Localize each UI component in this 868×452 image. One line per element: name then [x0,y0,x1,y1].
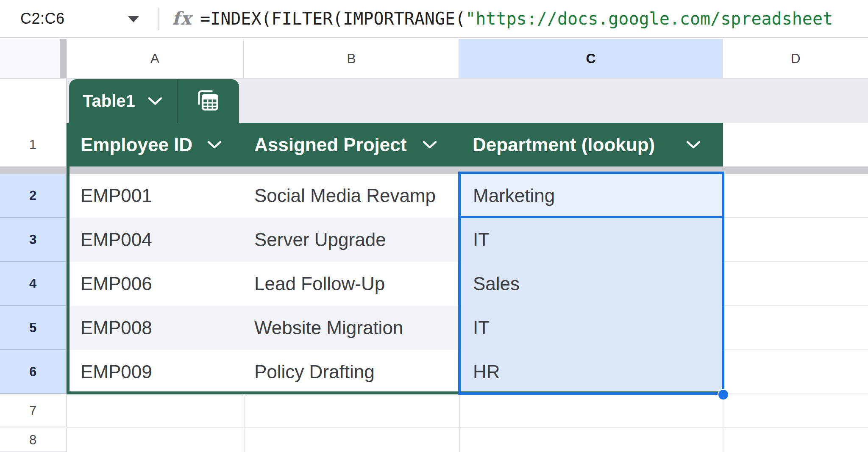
cell-c3-department[interactable]: IT [459,218,723,262]
gridline [724,349,868,350]
table-header-department-lookup[interactable]: Department (lookup) [459,123,723,166]
formula-input[interactable]: =INDEX(FILTER(IMPORTRANGE("https://docs.… [200,0,868,37]
formula-string-literal: "https://docs.google.com/spreadsheet [465,9,833,28]
cell-c6-department[interactable]: HR [459,350,723,394]
gridline [244,394,245,452]
chip-band-row-header [0,79,67,123]
table-row-4: EMP006Lead Follow-UpSales [67,262,723,306]
cell-a6-employee-id[interactable]: EMP009 [67,350,244,394]
row-header-6[interactable]: 6 [0,350,67,394]
column-header-b[interactable]: B [244,39,459,78]
table-name-chip[interactable]: Table1 [69,79,239,123]
row-header-4[interactable]: 4 [0,262,67,306]
gridline [724,261,868,262]
header-label-assigned-project: Assigned Project [254,134,406,155]
row-header-2[interactable]: 2 [0,174,67,218]
cell-b5-assigned-project[interactable]: Website Migration [244,306,459,350]
column-header-d[interactable]: D [723,39,868,78]
table-row-6: EMP009Policy DraftingHR [67,350,723,394]
table-bottom-border [67,391,724,394]
table-name-label: Table1 [83,92,135,111]
formula-bar-divider [159,8,159,30]
table-row-5: EMP008Website MigrationIT [67,306,723,350]
formula-prefix: =INDEX(FILTER(IMPORTRANGE( [200,9,465,28]
row-header-8[interactable]: 8 [0,428,67,452]
name-box[interactable]: C2:C6 [20,0,65,37]
table-menu-chevron-icon[interactable] [148,97,162,105]
table-view-button[interactable] [178,79,239,123]
select-all-corner[interactable] [0,39,60,78]
spreadsheet-app: C2:C6 fx =INDEX(FILTER(IMPORTRANGE("http… [0,0,868,452]
cell-c5-department[interactable]: IT [459,306,723,350]
cell-b3-assigned-project[interactable]: Server Upgrade [244,218,459,262]
row-header-7[interactable]: 7 [0,394,67,427]
column-dropdown-chevron-icon[interactable] [686,140,701,150]
table-row-3: EMP004Server UpgradeIT [67,218,723,262]
column-dropdown-chevron-icon[interactable] [422,140,437,150]
column-dropdown-chevron-icon[interactable] [207,140,222,150]
header-label-department-lookup: Department (lookup) [473,134,655,155]
column-header-strip: A B C D [0,39,868,79]
cell-c2-department[interactable]: Marketing [459,174,723,218]
gridline [724,217,868,218]
fx-icon: fx [172,0,192,37]
table-left-border [67,123,70,394]
cell-b6-assigned-project[interactable]: Policy Drafting [244,350,459,394]
gridline [67,427,868,428]
table-header-assigned-project[interactable]: Assigned Project [244,123,459,166]
fill-handle[interactable] [718,389,729,400]
header-label-employee-id: Employee ID [81,134,192,155]
gridline [723,394,723,452]
row-header-resize-bar[interactable] [60,39,67,78]
cell-a2-employee-id[interactable]: EMP001 [67,174,244,218]
frozen-row-divider[interactable] [0,166,868,174]
table-name-segment[interactable]: Table1 [69,79,177,123]
gridline [729,394,868,394]
table-row-2: EMP001Social Media RevampMarketing [67,174,723,218]
cell-a3-employee-id[interactable]: EMP004 [67,218,244,262]
formula-bar: C2:C6 fx =INDEX(FILTER(IMPORTRANGE("http… [0,0,868,38]
cell-a5-employee-id[interactable]: EMP008 [67,306,244,350]
column-header-a[interactable]: A [67,39,244,78]
cell-a4-employee-id[interactable]: EMP006 [67,262,244,306]
table-header-row: Employee ID Assigned Project Department … [67,123,723,166]
row-header-1[interactable]: 1 [0,123,67,166]
table-grid-icon [196,89,220,114]
cell-b4-assigned-project[interactable]: Lead Follow-Up [244,262,459,306]
cell-c4-department[interactable]: Sales [459,262,723,306]
row-header-3[interactable]: 3 [0,218,67,262]
cell-b2-assigned-project[interactable]: Social Media Revamp [244,174,459,218]
table-header-employee-id[interactable]: Employee ID [67,123,244,166]
name-box-dropdown-icon[interactable] [128,16,139,22]
gridline [459,394,460,452]
gridline [724,305,868,306]
row-header-5[interactable]: 5 [0,306,67,350]
column-header-c-selected[interactable]: C [459,39,723,78]
